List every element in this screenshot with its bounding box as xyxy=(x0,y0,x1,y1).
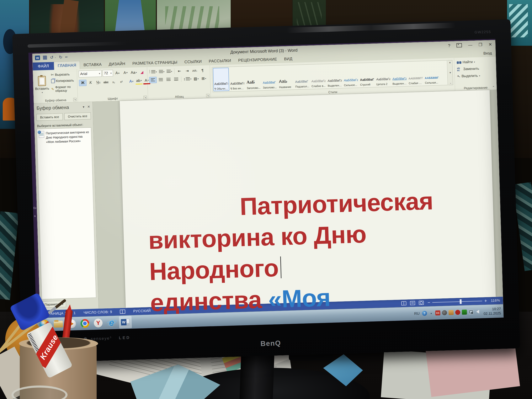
multilevel-list-button[interactable]: ▾ xyxy=(166,68,173,74)
clear-formatting-icon[interactable]: ◢ xyxy=(138,69,146,75)
Название[interactable]: АаЬ Название xyxy=(278,66,294,89)
clipboard-dialog-launcher[interactable]: ↘ xyxy=(73,98,76,101)
help-button[interactable]: ? xyxy=(448,43,450,48)
editing-group: Найти ▾ abac Заменить ↖ Выделить ▾ Реда xyxy=(454,57,497,91)
show-marks-button[interactable]: ¶ xyxy=(199,67,206,73)
bold-button[interactable]: Ж xyxy=(79,80,87,86)
Выделенн...[interactable]: АаБбВвГа Выделенн... xyxy=(391,62,407,86)
Сильная...[interactable]: ААББВВГГ, Сильная... xyxy=(424,61,440,85)
ribbon-tab[interactable]: ВИД xyxy=(280,55,296,63)
clear-all-button[interactable]: Очистить все xyxy=(64,112,91,120)
font-name-combo[interactable]: Arial▾ xyxy=(79,70,102,77)
word-logo-icon[interactable]: W xyxy=(35,56,40,60)
minimize-button[interactable]: — xyxy=(468,43,473,48)
subscript-button[interactable]: х₂ xyxy=(110,79,117,85)
font-size-combo[interactable]: 72▾ xyxy=(102,70,113,77)
Сильное...[interactable]: АаБбВвГа Сильное... xyxy=(342,64,359,88)
restore-button[interactable]: ❐ xyxy=(478,42,482,47)
redo-icon[interactable]: ↻ xyxy=(59,55,62,59)
show-hidden-icons[interactable]: ▴ xyxy=(429,310,434,316)
red-volume-icon[interactable] xyxy=(455,310,461,315)
shrink-font-button[interactable]: А▼ xyxy=(122,70,129,76)
Выделение[interactable]: АаБбВвГа Выделение xyxy=(326,64,343,88)
¶ Обычный[interactable]: АаБбВвГг, ¶ Обычный xyxy=(213,68,229,91)
swirl-utility-icon[interactable] xyxy=(442,310,447,315)
yandex-browser-icon[interactable]: Y xyxy=(93,317,104,329)
select-button[interactable]: ↖ Выделить ▾ xyxy=(456,73,494,79)
line-spacing-button[interactable]: ↕▾ xyxy=(183,76,192,82)
italic-button[interactable]: К xyxy=(87,80,94,86)
ribbon-tab[interactable]: ССЫЛКИ xyxy=(181,57,205,66)
Слабая сс...[interactable]: ААББВВГГ, Слабая сс... xyxy=(407,62,424,85)
paste-button[interactable]: Вставить ▾ xyxy=(35,72,50,98)
justify-button[interactable] xyxy=(172,76,180,82)
decrease-indent-icon[interactable]: ⇤ xyxy=(176,68,183,74)
find-button[interactable]: Найти ▾ xyxy=(456,59,494,65)
clipboard-item[interactable]: Патриотическая викторина ко Дню Народног… xyxy=(37,128,91,146)
¶ Без инте...[interactable]: АаБбВвГг, ¶ Без инте... xyxy=(229,67,245,91)
ribbon-tab[interactable]: РЕЦЕНЗИРОВАНИЕ xyxy=(235,55,281,65)
Заголово...[interactable]: АаБбВвГ Заголово... xyxy=(261,66,278,90)
Строгий[interactable]: АаБбВвГг, Строгий xyxy=(359,63,375,87)
collapse-ribbon-icon[interactable]: ⌃ xyxy=(492,85,495,89)
qat-menu-icon[interactable]: ╾ xyxy=(65,55,68,59)
Подзагол...[interactable]: АаБбВвГ Подзагол... xyxy=(294,65,310,89)
change-case-button[interactable]: Аа▾ xyxy=(130,70,137,76)
internet-explorer-icon[interactable]: e xyxy=(106,317,117,329)
numbering-button[interactable]: ▾ xyxy=(158,69,165,75)
align-center-button[interactable] xyxy=(157,77,164,83)
explorer-icon[interactable] xyxy=(53,318,64,330)
shading-button[interactable]: ▨▾ xyxy=(192,76,200,82)
align-left-button[interactable] xyxy=(149,77,157,83)
Заголово...[interactable]: АаБ Заголово... xyxy=(245,66,262,90)
underline-button[interactable]: Ч▾ xyxy=(95,79,102,85)
document-page[interactable]: Патриотическая викторина ко Дню Народног… xyxy=(120,90,496,308)
zoom-slider-thumb[interactable] xyxy=(460,299,462,304)
paste-all-button[interactable]: Вставить все xyxy=(36,113,63,121)
document-text[interactable]: Патриотическая викторина ко Дню Народног… xyxy=(120,90,497,331)
bullets-button[interactable]: ▾ xyxy=(149,69,158,75)
pane-close-icon[interactable]: ✕ xyxy=(87,105,90,109)
volume-icon[interactable] xyxy=(475,309,480,314)
word-count[interactable]: ЧИСЛО СЛОВ: 9 xyxy=(83,310,112,315)
Цитата 2[interactable]: АаБбВвГа Цитата 2 xyxy=(375,63,391,86)
ribbon-tab[interactable]: ГЛАВНАЯ xyxy=(54,61,80,70)
ribbon-tab[interactable]: ВСТАВКА xyxy=(80,60,105,69)
ribbon-tab[interactable]: ФАЙЛ xyxy=(33,62,54,70)
strikethrough-button[interactable]: abc xyxy=(102,79,110,85)
ribbon-tab[interactable]: ДИЗАЙН xyxy=(105,60,129,68)
taskbar-clock[interactable]: 10:27 02.11.2025 xyxy=(483,307,501,316)
styles-gallery-scroll[interactable]: ▲ ▼ ⌄ xyxy=(448,60,453,85)
ribbon-tab[interactable]: РАССЫЛКИ xyxy=(205,57,235,65)
nvidia-icon[interactable] xyxy=(462,310,467,315)
language-bar[interactable]: RU xyxy=(414,311,420,316)
notes-icon[interactable] xyxy=(449,310,454,315)
increase-indent-icon[interactable]: ⇥ xyxy=(184,68,191,74)
superscript-button[interactable]: х² xyxy=(118,79,125,85)
network-icon[interactable] xyxy=(469,310,474,315)
help-icon[interactable]: ? xyxy=(422,311,427,316)
sort-button[interactable]: АЯ↓ xyxy=(191,68,198,74)
pane-menu-icon[interactable]: ▾ xyxy=(83,105,85,109)
copy-button[interactable]: Копировать xyxy=(50,78,76,84)
align-right-button[interactable] xyxy=(165,76,172,82)
format-painter-button[interactable]: ✎ Формат по образцу xyxy=(50,84,76,93)
grow-font-button[interactable]: А▲ xyxy=(114,70,121,76)
text-effects-button[interactable]: А▾ xyxy=(128,78,135,84)
word-taskbar-icon[interactable]: W xyxy=(119,316,132,329)
paragraph-dialog-launcher[interactable]: ↘ xyxy=(206,94,209,97)
undo-icon[interactable]: ↺ · xyxy=(50,55,56,60)
Слабое в...[interactable]: АаБбВвГа Слабое в... xyxy=(310,65,326,88)
close-button[interactable]: ✕ xyxy=(488,42,492,47)
sign-in-link[interactable]: Вход xyxy=(483,51,492,56)
replace-button[interactable]: abac Заменить xyxy=(456,66,494,72)
font-dialog-launcher[interactable]: ↘ xyxy=(143,96,147,99)
ribbon-display-options-icon[interactable] xyxy=(456,43,462,48)
borders-button[interactable]: ⊞▾ xyxy=(200,76,207,82)
chrome-icon[interactable] xyxy=(79,317,91,329)
cut-button[interactable]: ✄ Вырезать xyxy=(50,72,75,77)
save-icon[interactable] xyxy=(43,56,47,60)
ccleaner-icon[interactable]: CC xyxy=(435,310,441,316)
highlight-button[interactable]: ab▾ xyxy=(135,77,143,85)
proofing-icon[interactable] xyxy=(120,310,126,314)
